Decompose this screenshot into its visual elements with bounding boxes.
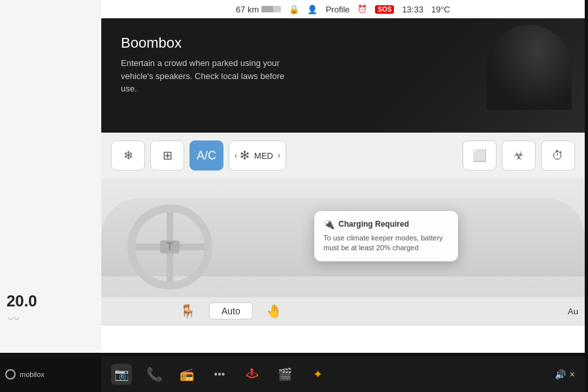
boombox-section: Boombox Entertain a crowd when parked us… bbox=[101, 18, 585, 133]
defrost-front-button[interactable]: ⊞ bbox=[150, 140, 184, 171]
charging-icon: 🔌 bbox=[323, 219, 335, 229]
boombox-image bbox=[487, 25, 572, 110]
sw-hub: T bbox=[160, 240, 180, 253]
auto-button[interactable]: Auto bbox=[209, 302, 253, 319]
distance-display: 67 km bbox=[236, 5, 281, 14]
popup-title: Charging Required bbox=[338, 220, 409, 229]
status-bar: 67 km 🔒 👤 Profile ⏰ SOS 13:33 19°C bbox=[101, 0, 585, 18]
fan-speed-label: MED bbox=[252, 151, 275, 161]
fan-increase-button[interactable]: › bbox=[278, 151, 280, 160]
fan-speed-control: ‹ ✻ MED › bbox=[229, 140, 286, 171]
lock-icon: 🔒 bbox=[289, 5, 299, 14]
media-taskbar-icon[interactable]: 📻 bbox=[176, 364, 197, 385]
tesla-logo: T bbox=[167, 241, 173, 253]
battery-bar bbox=[261, 6, 281, 12]
left-panel: 20.0 ◡◡ bbox=[0, 0, 101, 353]
bottom-controls: 🪑 Auto 🤚 Au bbox=[101, 297, 585, 325]
screen-container: 67 km 🔒 👤 Profile ⏰ SOS 13:33 19°C Boomb… bbox=[101, 0, 585, 353]
profile-label[interactable]: Profile bbox=[325, 5, 350, 14]
mobilox-label: mobilox bbox=[20, 370, 44, 378]
alarm-icon: ⏰ bbox=[357, 5, 367, 14]
volume-control[interactable]: 🔊 × bbox=[555, 369, 575, 380]
bio-button[interactable]: ☣ bbox=[502, 140, 536, 171]
mute-indicator: × bbox=[570, 369, 575, 380]
taskbar: 📷 📞 📻 ••• 🕹 🎬 ✦ 🔊 × bbox=[101, 356, 585, 392]
timer-button[interactable]: ⏱ bbox=[541, 140, 575, 171]
monitor-button[interactable]: ⬜ bbox=[463, 140, 497, 171]
apps-taskbar-icon[interactable]: ✦ bbox=[307, 364, 328, 385]
climate-panel: ❄ ⊞ A/C ‹ ✻ MED › ⬜ ☣ ⏱ bbox=[101, 133, 585, 178]
fan-icon: ✻ bbox=[240, 148, 250, 163]
volume-icon: 🔊 bbox=[555, 369, 566, 380]
distance-value: 67 km bbox=[236, 5, 259, 14]
camera-taskbar-icon[interactable]: 📷 bbox=[111, 364, 132, 385]
game-taskbar-icon[interactable]: 🕹 bbox=[242, 364, 263, 385]
steering-wheel: T bbox=[127, 204, 212, 289]
sos-badge[interactable]: SOS bbox=[375, 5, 394, 14]
ac-button[interactable]: A/C bbox=[189, 140, 223, 171]
battery-fill bbox=[261, 6, 273, 12]
sw-outer: T bbox=[127, 204, 212, 289]
mobilox-bar: mobilox bbox=[0, 356, 101, 392]
defrost-rear-button[interactable]: ❄ bbox=[111, 140, 145, 171]
temperature-display: 19°C bbox=[431, 5, 450, 14]
seat-heat-left-icon[interactable]: 🪑 bbox=[180, 303, 196, 319]
popup-body: To use climate keeper modes, battery mus… bbox=[323, 233, 449, 253]
auto-right-label: Au bbox=[568, 306, 578, 316]
left-sub: ◡◡ bbox=[8, 313, 20, 320]
mobilox-logo-circle bbox=[5, 369, 16, 380]
profile-icon[interactable]: 👤 bbox=[307, 5, 318, 14]
phone-taskbar-icon[interactable]: 📞 bbox=[144, 364, 165, 385]
time-display: 13:33 bbox=[402, 5, 423, 14]
video-taskbar-icon[interactable]: 🎬 bbox=[274, 364, 295, 385]
popup-header: 🔌 Charging Required bbox=[323, 219, 449, 229]
charging-popup: 🔌 Charging Required To use climate keepe… bbox=[314, 211, 458, 261]
boombox-description: Entertain a crowd when parked using your… bbox=[121, 57, 291, 95]
more-taskbar-icon[interactable]: ••• bbox=[209, 364, 230, 385]
fan-decrease-button[interactable]: ‹ bbox=[235, 151, 237, 160]
left-number: 20.0 bbox=[7, 292, 37, 310]
seat-vent-right-icon[interactable]: 🤚 bbox=[266, 303, 282, 319]
